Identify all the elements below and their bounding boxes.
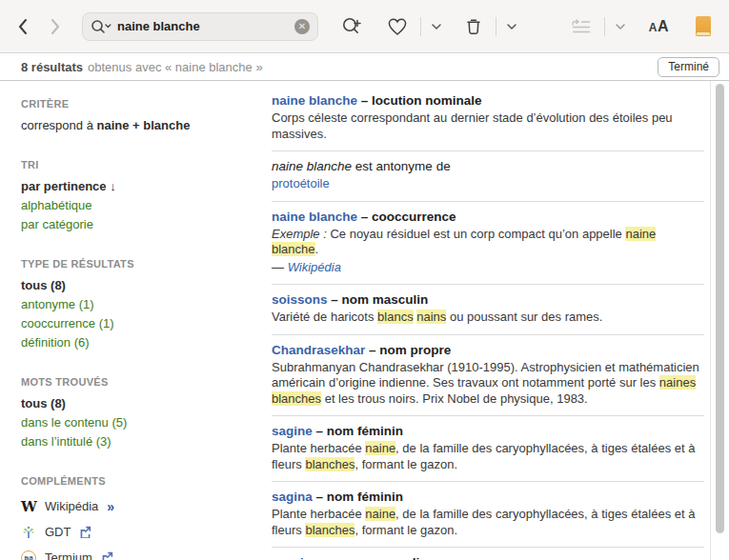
words-found-title: MOTS TROUVÉS [21, 376, 272, 388]
toolbar: ✕ [0, 0, 729, 53]
words-found-section: MOTS TROUVÉS tous (8) dans le contenu (5… [21, 376, 272, 451]
wikipedia-icon: W [21, 498, 36, 515]
type-filter-definition[interactable]: définition (6) [21, 333, 272, 352]
result-entry[interactable]: sagine – nom féminin Plante herbacée nai… [272, 416, 704, 482]
double-arrow-icon: » [107, 499, 114, 514]
toolbar-divider [420, 17, 421, 36]
delete-button[interactable] [458, 11, 489, 42]
search-scope-icon[interactable] [91, 19, 111, 34]
toolbar-divider [496, 17, 496, 36]
entry-body: Plante herbacée naine, de la famille des… [272, 507, 704, 538]
chevron-right-icon [49, 17, 62, 36]
entry-headword-link[interactable]: soissons [272, 292, 328, 307]
result-entry[interactable]: cassiope – nom masculin Arbrisseau origi… [272, 548, 704, 560]
sort-option-relevance[interactable]: par pertinence ↓ [21, 177, 272, 196]
results-list: naine blanche – locution nominale Corps … [272, 81, 710, 560]
text-size-icon: AA [649, 18, 669, 35]
entry-body: Exemple : Ce noyau résiduel est un corp … [272, 227, 704, 258]
external-link-icon [79, 526, 91, 538]
result-entry[interactable]: Chandrasekhar – nom propre Subrahmanyan … [272, 335, 704, 417]
search-plus-icon [340, 16, 363, 37]
trash-icon [463, 16, 484, 37]
text-size-button[interactable]: AA [644, 11, 674, 42]
result-entry[interactable]: naine blanche est antonyme de protoétoil… [272, 151, 704, 202]
chevron-left-icon [16, 17, 30, 36]
entry-headword-link[interactable]: naine blanche [272, 93, 357, 108]
complement-gdt[interactable]: GDT [21, 519, 272, 545]
search-field[interactable]: ✕ [82, 12, 318, 41]
entry-heading: naine blanche – cooccurrence [272, 209, 704, 225]
chevron-down-icon [431, 23, 442, 30]
back-button[interactable] [11, 11, 34, 42]
criterion-title: CRITÈRE [21, 98, 272, 110]
clear-search-icon[interactable]: ✕ [294, 19, 310, 34]
scrollbar-track[interactable] [710, 81, 729, 560]
complements-title: COMPLÉMENTS [21, 475, 272, 487]
results-description: obtenus avec « naine blanche » [88, 60, 263, 74]
sort-option-alphabetical[interactable]: alphabétique [21, 196, 272, 215]
forward-button[interactable] [44, 11, 67, 42]
result-entry[interactable]: sagina – nom féminin Plante herbacée nai… [272, 482, 704, 548]
complement-wikipedia[interactable]: W Wikipédia » [21, 493, 272, 519]
entry-heading: sagine – nom féminin [272, 423, 704, 439]
result-types-title: TYPE DE RÉSULTATS [21, 258, 272, 270]
entry-heading: soissons – nom masculin [272, 291, 704, 308]
entry-body: Variété de haricots blancs nains ou pous… [272, 310, 704, 326]
orange-book-icon [696, 16, 711, 36]
result-entry[interactable]: naine blanche – locution nominale Corps … [272, 86, 704, 151]
entry-source: — Wikipédia [272, 260, 704, 276]
result-types-section: TYPE DE RÉSULTATS tous (8) antonyme (1) … [21, 258, 272, 352]
external-link-icon [101, 551, 113, 560]
criterion-section: CRITÈRE correspond à naine + blanche [21, 98, 272, 135]
words-filter-heading[interactable]: dans l’intitulé (3) [21, 432, 272, 451]
chevron-down-icon [615, 23, 626, 30]
gdt-tree-icon [21, 524, 36, 540]
entry-headword-link[interactable]: sagina [272, 490, 313, 504]
sort-title: TRI [21, 159, 272, 170]
entry-headword-link[interactable]: naine blanche [272, 210, 357, 224]
antonym-link[interactable]: protoétoile [272, 176, 330, 190]
results-header: 8 résultats obtenus avec « naine blanche… [0, 53, 729, 81]
sort-section: TRI par pertinence ↓ alphabétique par ca… [21, 159, 272, 234]
entry-heading: Chandrasekhar – nom propre [272, 342, 704, 358]
sort-option-category[interactable]: par catégorie [21, 215, 272, 234]
entry-heading: naine blanche est antonyme de [272, 158, 704, 174]
heart-icon [386, 16, 409, 37]
type-filter-antonym[interactable]: antonyme (1) [21, 295, 272, 314]
entry-headword-link[interactable]: sagine [272, 424, 313, 438]
dictionary-button[interactable] [691, 11, 716, 42]
type-filter-all[interactable]: tous (8) [21, 276, 272, 295]
entry-body: protoétoile [272, 176, 704, 192]
new-search-button[interactable] [335, 11, 368, 42]
criterion-value: correspond à naine + blanche [21, 116, 272, 135]
entry-heading: naine blanche – locution nominale [272, 92, 704, 109]
favorites-button[interactable] [381, 11, 414, 42]
list-arrow-icon [570, 17, 593, 36]
entry-heading: cassiope – nom masculin [272, 554, 704, 560]
words-filter-all[interactable]: tous (8) [21, 394, 272, 413]
filters-sidebar: CRITÈRE correspond à naine + blanche TRI… [0, 81, 272, 560]
panels-menu-button[interactable] [612, 11, 629, 42]
entry-body: Subrahmanyan Chandrasekhar (1910-1995). … [272, 360, 704, 408]
type-filter-cooccurrence[interactable]: cooccurrence (1) [21, 314, 272, 333]
delete-menu-button[interactable] [503, 11, 520, 42]
entry-headword-link[interactable]: cassiope [272, 555, 327, 560]
done-button[interactable]: Terminé [658, 57, 719, 77]
words-filter-content[interactable]: dans le contenu (5) [21, 413, 272, 432]
scrollbar-thumb[interactable] [716, 84, 724, 533]
favorites-menu-button[interactable] [428, 11, 445, 42]
wikipedia-source-link[interactable]: Wikipédia [288, 260, 341, 274]
complement-termium[interactable]: BtB Termium [21, 545, 272, 560]
results-count: 8 résultats [21, 60, 83, 74]
entry-headword-link[interactable]: Chandrasekhar [272, 343, 365, 357]
entry-body: Plante herbacée naine, de la famille des… [272, 441, 704, 472]
entry-body: Corps céleste correspondant au dernier s… [272, 110, 704, 142]
entry-heading: sagina – nom féminin [272, 489, 704, 505]
search-input[interactable] [117, 19, 294, 33]
panels-button[interactable] [565, 11, 597, 42]
termium-icon: BtB [21, 550, 36, 560]
toolbar-divider [604, 17, 605, 36]
complements-section: COMPLÉMENTS W Wikipédia » GDT [21, 475, 272, 560]
result-entry[interactable]: naine blanche – cooccurrence Exemple : C… [272, 202, 704, 286]
result-entry[interactable]: soissons – nom masculin Variété de haric… [272, 285, 704, 335]
